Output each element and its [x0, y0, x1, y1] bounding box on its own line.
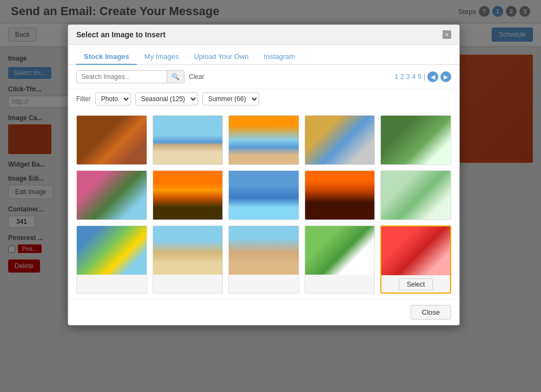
image-cell-11[interactable] [76, 225, 147, 294]
image-cell-15[interactable]: Select [380, 225, 451, 294]
image-4-preview [305, 116, 375, 164]
modal-footer: Close [68, 299, 459, 325]
image-cell-4[interactable] [305, 115, 375, 165]
filter-category-select[interactable]: Seasonal (125) [135, 92, 198, 105]
tab-my-images[interactable]: My Images [137, 49, 187, 65]
image-13-preview [229, 226, 299, 275]
next-page-button[interactable]: ▶ [440, 71, 451, 82]
image-cell-5[interactable] [380, 115, 451, 165]
image-5-preview [381, 116, 451, 164]
image-14-preview [305, 226, 375, 275]
search-wrap: 🔍 [76, 70, 184, 83]
search-row: 🔍 Clear 1 2 3 4 5 | ◀ ▶ [68, 65, 459, 89]
modal-close-x-button[interactable]: × [443, 30, 451, 39]
tab-instagram[interactable]: Instagram [256, 49, 303, 65]
image-cell-7[interactable] [153, 170, 223, 220]
image-cell-3[interactable] [228, 115, 299, 165]
search-input[interactable] [77, 71, 167, 83]
image-9-preview [305, 171, 375, 220]
image-cell-8[interactable] [228, 170, 299, 220]
pagination: 1 2 3 4 5 | ◀ ▶ [394, 71, 451, 82]
clear-link[interactable]: Clear [189, 73, 204, 81]
filter-type-select[interactable]: Photo [95, 92, 131, 105]
image-select-modal: Select an Image to Insert × Stock Images… [68, 24, 460, 325]
select-image-button-15[interactable]: Select [399, 278, 433, 290]
page-1[interactable]: 1 [394, 73, 398, 81]
image-6-preview [77, 171, 147, 220]
image-2-preview [153, 116, 223, 164]
modal-close-button[interactable]: Close [411, 305, 451, 320]
filter-row: Filter Photo Seasonal (125) Summer (66) [68, 89, 459, 110]
image-12-preview [153, 226, 223, 275]
select-overlay: Select [381, 276, 450, 293]
image-cell-10[interactable] [380, 170, 451, 220]
page-3[interactable]: 3 [406, 73, 410, 81]
image-11-preview [77, 226, 147, 275]
modal-tabs: Stock Images My Images Upload Your Own I… [68, 45, 459, 65]
pagination-separator: | [424, 73, 425, 81]
image-3-preview [229, 116, 299, 164]
image-8-preview [229, 171, 299, 220]
modal-title: Select an Image to Insert [76, 30, 166, 39]
prev-page-button[interactable]: ◀ [427, 71, 438, 82]
image-grid: Select [68, 110, 459, 299]
filter-label: Filter [76, 95, 91, 103]
image-10-preview [381, 171, 451, 220]
image-1-preview [77, 116, 147, 164]
tab-stock-images[interactable]: Stock Images [76, 49, 137, 65]
search-button[interactable]: 🔍 [167, 71, 184, 83]
image-cell-2[interactable] [153, 115, 223, 165]
image-cell-6[interactable] [76, 170, 147, 220]
image-cell-13[interactable] [228, 225, 299, 294]
image-7-preview [153, 171, 223, 220]
image-cell-9[interactable] [305, 170, 375, 220]
modal-header: Select an Image to Insert × [68, 25, 459, 45]
page-4[interactable]: 4 [412, 73, 416, 81]
page-5[interactable]: 5 [418, 73, 421, 81]
page-2[interactable]: 2 [400, 73, 404, 81]
image-cell-12[interactable] [153, 225, 223, 294]
image-15-preview [381, 227, 450, 275]
filter-subcategory-select[interactable]: Summer (66) [202, 92, 259, 105]
image-cell-1[interactable] [76, 115, 147, 165]
image-cell-14[interactable] [305, 225, 375, 294]
tab-upload-your-own[interactable]: Upload Your Own [186, 49, 256, 65]
